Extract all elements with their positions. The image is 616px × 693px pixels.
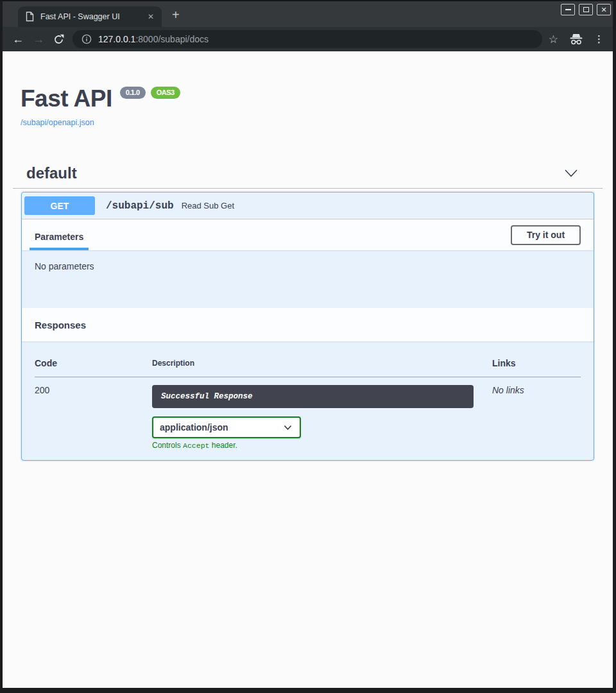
table-row: 200 Successful Response application/json [35,377,581,450]
responses-table: Code Description Links 200 Successful Re… [35,358,581,450]
url-path: :8000/subapi/docs [135,34,209,44]
hint-prefix: Controls [152,441,181,450]
minimize-button[interactable] [561,4,575,15]
column-header-description: Description [152,358,492,377]
api-title-text: Fast API [21,85,112,112]
window-controls: ✕ [561,4,611,15]
url-bar[interactable]: 127.0.0.1:8000/subapi/docs [73,30,542,48]
bookmark-star-icon[interactable]: ☆ [549,33,558,46]
operation-path: /subapi/sub [106,200,174,212]
column-header-code: Code [35,358,152,377]
page-title: Fast API0.1.0OAS3 [21,85,603,112]
accept-header-hint: Controls Accept header. [152,441,492,450]
oas-badge: OAS3 [151,87,180,99]
close-button[interactable]: ✕ [597,4,611,15]
url-text: 127.0.0.1:8000/subapi/docs [98,34,209,44]
responses-body: Code Description Links 200 Successful Re… [22,341,594,460]
method-badge[interactable]: GET [24,196,95,215]
responses-table-header-row: Code Description Links [35,358,581,377]
browser-window: Fast API - Swagger UI ✕ + ✕ ← → [0,0,616,693]
openapi-spec-link[interactable]: /subapi/openapi.json [21,118,94,127]
media-type-control: application/json Controls Accept hea [152,416,492,450]
reload-button[interactable] [53,34,64,45]
media-type-select[interactable]: application/json [152,416,301,438]
tag-section-header[interactable]: default [13,164,603,189]
browser-menu-icon[interactable]: ⋮ [594,33,604,45]
opblock-get: GET /subapi/sub Read Sub Get Parameters … [21,192,594,461]
response-description: Successful Response [152,385,474,408]
tab-close-icon[interactable]: ✕ [146,12,155,21]
responses-title: Responses [35,320,86,330]
api-info: Fast API0.1.0OAS3 /subapi/openapi.json [13,85,603,128]
tab-title: Fast API - Swagger UI [40,12,146,21]
close-icon: ✕ [601,6,606,14]
media-type-selected: application/json [160,422,284,432]
page-file-icon [26,12,34,22]
no-parameters-message: No parameters [35,261,94,271]
operation-summary-text: Read Sub Get [182,201,234,210]
tab-parameters[interactable]: Parameters [30,232,89,250]
titlebar: Fast API - Swagger UI ✕ + ✕ [3,1,613,27]
tag-name: default [26,164,564,182]
version-badge: 0.1.0 [120,87,146,99]
operation-summary[interactable]: GET /subapi/sub Read Sub Get [22,193,594,219]
site-info-icon[interactable] [81,34,92,44]
response-code: 200 [35,377,152,450]
new-tab-button[interactable]: + [172,8,180,27]
back-button[interactable]: ← [11,33,25,45]
maximize-icon [583,7,589,12]
hint-suffix: header. [212,441,237,450]
browser-toolbar: ← → 127.0.0.1:8000/subapi/docs ☆ [3,27,613,51]
hint-code: Accept [183,441,209,450]
column-header-links: Links [492,358,581,377]
incognito-icon [569,33,584,46]
url-host: 127.0.0.1 [98,34,135,44]
responses-header: Responses [22,308,594,341]
parameters-header: Parameters Try it out [22,219,594,250]
response-links: No links [492,377,581,450]
select-chevron-icon [284,425,292,431]
minimize-icon [565,9,571,10]
swagger-page: Fast API0.1.0OAS3 /subapi/openapi.json d… [3,51,613,688]
forward-button[interactable]: → [31,33,46,45]
try-it-out-button[interactable]: Try it out [511,225,581,245]
maximize-button[interactable] [579,4,593,15]
browser-tab[interactable]: Fast API - Swagger UI ✕ [18,6,162,27]
parameters-body: No parameters [22,250,594,308]
chevron-down-icon[interactable] [564,169,578,178]
